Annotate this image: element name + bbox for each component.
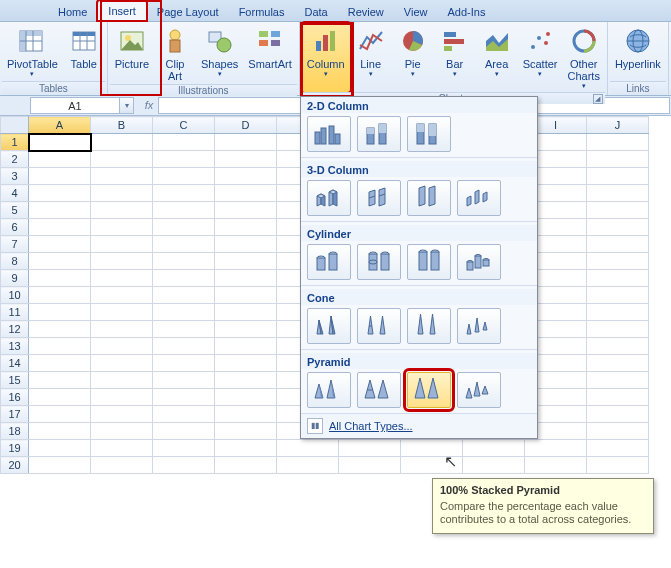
row-header[interactable]: 13 (1, 338, 29, 355)
chart-type-100stacked-column-2d[interactable] (407, 116, 451, 152)
cell[interactable] (91, 423, 153, 440)
cell[interactable] (153, 202, 215, 219)
cell[interactable] (215, 355, 277, 372)
cell[interactable] (215, 304, 277, 321)
cell[interactable] (91, 219, 153, 236)
row-header[interactable]: 4 (1, 185, 29, 202)
cell[interactable] (587, 321, 649, 338)
col-header[interactable]: D (215, 117, 277, 134)
cell[interactable] (153, 389, 215, 406)
select-all-corner[interactable] (1, 117, 29, 134)
row-header[interactable]: 10 (1, 287, 29, 304)
chart-type-clustered-column-3d[interactable] (307, 180, 351, 216)
cell[interactable] (29, 321, 91, 338)
chart-type-3d-cylinder[interactable] (457, 244, 501, 280)
tab-data[interactable]: Data (294, 2, 337, 21)
cell[interactable] (587, 236, 649, 253)
col-header[interactable]: C (153, 117, 215, 134)
cell[interactable] (29, 253, 91, 270)
cell[interactable] (29, 304, 91, 321)
cell[interactable] (401, 457, 463, 474)
cell[interactable] (153, 440, 215, 457)
cell[interactable] (215, 168, 277, 185)
cell[interactable] (153, 355, 215, 372)
row-header[interactable]: 8 (1, 253, 29, 270)
row-header[interactable]: 2 (1, 151, 29, 168)
chart-type-3d-pyramid[interactable] (457, 372, 501, 408)
chart-type-stacked-pyramid[interactable] (357, 372, 401, 408)
fx-icon[interactable]: fx (140, 96, 158, 115)
cell[interactable] (29, 440, 91, 457)
cell[interactable] (215, 423, 277, 440)
cell[interactable] (153, 236, 215, 253)
cell[interactable] (91, 185, 153, 202)
tab-addins[interactable]: Add-Ins (437, 2, 495, 21)
picture-button[interactable]: Picture (110, 23, 154, 84)
cell[interactable] (587, 287, 649, 304)
cell[interactable] (153, 270, 215, 287)
col-header[interactable]: B (91, 117, 153, 134)
bar-chart-button[interactable]: Bar ▾ (434, 23, 476, 92)
cell[interactable] (587, 202, 649, 219)
cell[interactable] (29, 457, 91, 474)
cell[interactable] (215, 372, 277, 389)
chart-type-100stacked-cylinder[interactable] (407, 244, 451, 280)
cell[interactable] (153, 372, 215, 389)
tab-page-layout[interactable]: Page Layout (147, 2, 229, 21)
row-header[interactable]: 7 (1, 236, 29, 253)
row-header[interactable]: 15 (1, 372, 29, 389)
cell[interactable] (91, 440, 153, 457)
chart-type-100stacked-pyramid[interactable] (407, 372, 451, 408)
pie-chart-button[interactable]: Pie ▾ (392, 23, 434, 92)
cell[interactable] (587, 355, 649, 372)
cell[interactable] (587, 134, 649, 151)
cell[interactable] (525, 440, 587, 457)
cell[interactable] (215, 406, 277, 423)
cell[interactable] (215, 321, 277, 338)
cell[interactable] (91, 236, 153, 253)
tab-view[interactable]: View (394, 2, 438, 21)
row-header[interactable]: 6 (1, 219, 29, 236)
cell[interactable] (153, 151, 215, 168)
chart-type-100stacked-cone[interactable] (407, 308, 451, 344)
cell[interactable] (91, 355, 153, 372)
cell[interactable] (587, 389, 649, 406)
cell[interactable] (215, 457, 277, 474)
cell[interactable] (587, 270, 649, 287)
cell[interactable] (463, 440, 525, 457)
chart-type-clustered-cylinder[interactable] (307, 244, 351, 280)
cell[interactable] (525, 457, 587, 474)
line-chart-button[interactable]: Line ▾ (350, 23, 392, 92)
row-header[interactable]: 14 (1, 355, 29, 372)
cell[interactable] (29, 202, 91, 219)
cell[interactable] (587, 406, 649, 423)
row-header[interactable]: 1 (1, 134, 29, 151)
cell[interactable] (215, 134, 277, 151)
cell[interactable] (587, 151, 649, 168)
name-box-dropdown[interactable]: ▾ (120, 97, 134, 114)
cell[interactable] (153, 185, 215, 202)
cell[interactable] (91, 372, 153, 389)
cell[interactable] (29, 287, 91, 304)
tab-review[interactable]: Review (338, 2, 394, 21)
cell[interactable] (215, 287, 277, 304)
cell[interactable] (29, 338, 91, 355)
cell[interactable] (29, 406, 91, 423)
chart-type-clustered-cone[interactable] (307, 308, 351, 344)
chart-type-stacked-cylinder[interactable] (357, 244, 401, 280)
area-chart-button[interactable]: Area ▾ (476, 23, 518, 92)
name-box[interactable]: A1 (30, 97, 120, 114)
cell[interactable] (587, 457, 649, 474)
chart-type-stacked-cone[interactable] (357, 308, 401, 344)
cell[interactable] (587, 253, 649, 270)
cell[interactable] (401, 440, 463, 457)
cell[interactable] (91, 168, 153, 185)
row-header[interactable]: 20 (1, 457, 29, 474)
cell[interactable] (29, 134, 91, 151)
chart-type-3d-cone[interactable] (457, 308, 501, 344)
cell[interactable] (153, 338, 215, 355)
cell[interactable] (29, 236, 91, 253)
all-chart-types-link[interactable]: All Chart Types... (329, 420, 413, 432)
cell[interactable] (215, 236, 277, 253)
cell[interactable] (215, 389, 277, 406)
